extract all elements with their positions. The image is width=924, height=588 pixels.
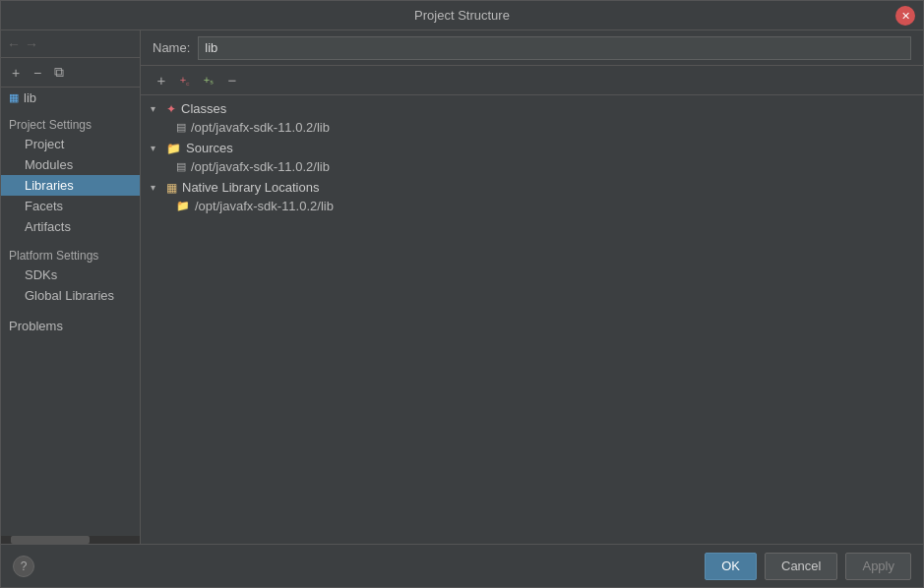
sources-path-item[interactable]: ▤ /opt/javafx-sdk-11.0.2/lib: [141, 157, 923, 176]
sidebar-item-sdks[interactable]: SDKs: [1, 265, 140, 285]
native-path-item[interactable]: 📁 /opt/javafx-sdk-11.0.2/lib: [141, 197, 923, 215]
apply-button[interactable]: Apply: [845, 553, 911, 580]
project-settings-label: Project Settings: [1, 112, 140, 134]
tree-area: ▾ ✦ Classes ▤ /opt/javafx-sdk-11.0.2/lib…: [141, 95, 923, 544]
sidebar-item-libraries[interactable]: Libraries: [1, 175, 140, 196]
sidebar-item-project[interactable]: Project: [1, 134, 140, 154]
tree-remove-button[interactable]: −: [221, 70, 243, 91]
sidebar: ← → + − ⧉ ▦ lib Project Settings Project: [1, 30, 141, 544]
dialog-title: Project Structure: [414, 8, 510, 23]
tree-section-sources: ▾ 📁 Sources ▤ /opt/javafx-sdk-11.0.2/lib: [141, 139, 923, 176]
ok-button[interactable]: OK: [705, 553, 757, 580]
sources-path-value: /opt/javafx-sdk-11.0.2/lib: [191, 159, 330, 174]
native-path-value: /opt/javafx-sdk-11.0.2/lib: [195, 199, 334, 213]
library-item-label: lib: [24, 90, 36, 105]
sidebar-item-facets[interactable]: Facets: [1, 196, 140, 216]
native-path-icon: 📁: [176, 200, 190, 212]
tree-add-button[interactable]: +: [151, 70, 172, 91]
classes-path-icon: ▤: [176, 121, 186, 134]
tree-section-native: ▾ ▦ Native Library Locations 📁 /opt/java…: [141, 178, 923, 215]
library-icon: ▦: [9, 91, 19, 104]
sources-path-icon: ▤: [176, 160, 186, 173]
classes-path-value: /opt/javafx-sdk-11.0.2/lib: [191, 120, 330, 135]
tree-toolbar: + +꜀ +ₛ −: [141, 66, 923, 95]
sidebar-item-artifacts[interactable]: Artifacts: [1, 216, 140, 237]
sidebar-scrollbar-thumb[interactable]: [11, 536, 90, 544]
classes-label: Classes: [181, 101, 226, 116]
classes-chevron-icon: ▾: [151, 103, 162, 114]
name-label: Name:: [153, 40, 190, 55]
nav-back-forward: ← →: [1, 30, 140, 58]
tree-add-classes-button[interactable]: +꜀: [174, 70, 196, 91]
tree-section-classes: ▾ ✦ Classes ▤ /opt/javafx-sdk-11.0.2/lib: [141, 99, 923, 137]
sidebar-add-button[interactable]: +: [7, 64, 25, 82]
title-bar: Project Structure ✕: [1, 1, 923, 30]
sidebar-remove-button[interactable]: −: [29, 64, 46, 82]
name-input[interactable]: [198, 36, 911, 60]
sidebar-item-problems[interactable]: Problems: [1, 316, 140, 336]
sidebar-copy-button[interactable]: ⧉: [50, 64, 68, 82]
close-button[interactable]: ✕: [895, 6, 915, 26]
tree-add-sources-button[interactable]: +ₛ: [198, 70, 219, 91]
nav-back-icon: ←: [7, 36, 21, 52]
classes-icon: ✦: [166, 102, 176, 116]
cancel-button[interactable]: Cancel: [765, 553, 837, 580]
main-content: ← → + − ⧉ ▦ lib Project Settings Project: [1, 30, 923, 544]
sidebar-item-modules[interactable]: Modules: [1, 154, 140, 175]
library-item-lib[interactable]: ▦ lib: [1, 88, 140, 108]
native-chevron-icon: ▾: [151, 182, 162, 193]
sidebar-nav: Project Settings Project Modules Librari…: [1, 108, 140, 536]
nav-forward-icon: →: [25, 36, 38, 52]
name-bar: Name:: [141, 30, 923, 66]
right-panel: Name: + +꜀ +ₛ − ▾ ✦ Classes: [141, 30, 923, 544]
project-structure-dialog: Project Structure ✕ ← → + − ⧉ ▦ lib: [0, 0, 924, 588]
tree-section-sources-header[interactable]: ▾ 📁 Sources: [141, 139, 923, 157]
native-icon: ▦: [166, 181, 177, 195]
sidebar-item-global-libraries[interactable]: Global Libraries: [1, 285, 140, 306]
sidebar-toolbar: + − ⧉: [1, 58, 140, 88]
sources-icon: 📁: [166, 142, 181, 155]
tree-section-classes-header[interactable]: ▾ ✦ Classes: [141, 99, 923, 118]
sources-chevron-icon: ▾: [151, 143, 162, 153]
platform-settings-label: Platform Settings: [1, 243, 140, 265]
native-label: Native Library Locations: [182, 180, 319, 195]
classes-path-item[interactable]: ▤ /opt/javafx-sdk-11.0.2/lib: [141, 118, 923, 137]
bottom-bar: ? OK Cancel Apply: [1, 544, 923, 587]
help-button[interactable]: ?: [13, 556, 34, 577]
sidebar-scrollbar[interactable]: [1, 536, 140, 544]
sources-label: Sources: [186, 141, 233, 155]
tree-section-native-header[interactable]: ▾ ▦ Native Library Locations: [141, 178, 923, 197]
bottom-left: ?: [13, 556, 34, 577]
